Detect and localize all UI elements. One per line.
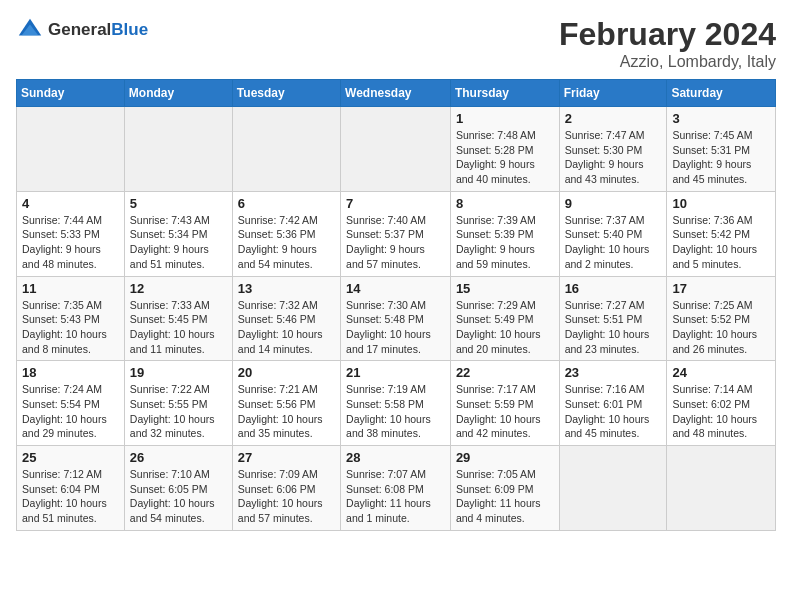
day-number: 18 xyxy=(22,365,119,380)
cell-content: Sunrise: 7:10 AM Sunset: 6:05 PM Dayligh… xyxy=(130,467,227,526)
day-number: 15 xyxy=(456,281,554,296)
calendar-cell: 27Sunrise: 7:09 AM Sunset: 6:06 PM Dayli… xyxy=(232,446,340,531)
cell-content: Sunrise: 7:24 AM Sunset: 5:54 PM Dayligh… xyxy=(22,382,119,441)
cell-content: Sunrise: 7:40 AM Sunset: 5:37 PM Dayligh… xyxy=(346,213,445,272)
header-row: SundayMondayTuesdayWednesdayThursdayFrid… xyxy=(17,80,776,107)
cell-content: Sunrise: 7:14 AM Sunset: 6:02 PM Dayligh… xyxy=(672,382,770,441)
cell-content: Sunrise: 7:30 AM Sunset: 5:48 PM Dayligh… xyxy=(346,298,445,357)
cell-content: Sunrise: 7:17 AM Sunset: 5:59 PM Dayligh… xyxy=(456,382,554,441)
cell-content: Sunrise: 7:48 AM Sunset: 5:28 PM Dayligh… xyxy=(456,128,554,187)
cell-content: Sunrise: 7:33 AM Sunset: 5:45 PM Dayligh… xyxy=(130,298,227,357)
cell-content: Sunrise: 7:25 AM Sunset: 5:52 PM Dayligh… xyxy=(672,298,770,357)
calendar-cell: 28Sunrise: 7:07 AM Sunset: 6:08 PM Dayli… xyxy=(341,446,451,531)
cell-content: Sunrise: 7:29 AM Sunset: 5:49 PM Dayligh… xyxy=(456,298,554,357)
day-number: 6 xyxy=(238,196,335,211)
calendar-cell xyxy=(559,446,667,531)
cell-content: Sunrise: 7:22 AM Sunset: 5:55 PM Dayligh… xyxy=(130,382,227,441)
page-header: GeneralBlue February 2024 Azzio, Lombard… xyxy=(16,16,776,71)
logo-text: GeneralBlue xyxy=(48,20,148,40)
day-number: 3 xyxy=(672,111,770,126)
main-title: February 2024 xyxy=(559,16,776,53)
calendar-cell: 17Sunrise: 7:25 AM Sunset: 5:52 PM Dayli… xyxy=(667,276,776,361)
day-number: 24 xyxy=(672,365,770,380)
calendar-cell: 23Sunrise: 7:16 AM Sunset: 6:01 PM Dayli… xyxy=(559,361,667,446)
calendar-cell xyxy=(17,107,125,192)
cell-content: Sunrise: 7:47 AM Sunset: 5:30 PM Dayligh… xyxy=(565,128,662,187)
day-number: 14 xyxy=(346,281,445,296)
day-number: 27 xyxy=(238,450,335,465)
day-number: 1 xyxy=(456,111,554,126)
cell-content: Sunrise: 7:21 AM Sunset: 5:56 PM Dayligh… xyxy=(238,382,335,441)
logo-general-text: General xyxy=(48,20,111,39)
calendar-cell: 20Sunrise: 7:21 AM Sunset: 5:56 PM Dayli… xyxy=(232,361,340,446)
day-number: 17 xyxy=(672,281,770,296)
calendar-cell xyxy=(341,107,451,192)
day-number: 5 xyxy=(130,196,227,211)
day-number: 28 xyxy=(346,450,445,465)
calendar-cell: 21Sunrise: 7:19 AM Sunset: 5:58 PM Dayli… xyxy=(341,361,451,446)
calendar-cell: 18Sunrise: 7:24 AM Sunset: 5:54 PM Dayli… xyxy=(17,361,125,446)
day-number: 22 xyxy=(456,365,554,380)
calendar-cell: 15Sunrise: 7:29 AM Sunset: 5:49 PM Dayli… xyxy=(450,276,559,361)
cell-content: Sunrise: 7:19 AM Sunset: 5:58 PM Dayligh… xyxy=(346,382,445,441)
calendar-cell: 9Sunrise: 7:37 AM Sunset: 5:40 PM Daylig… xyxy=(559,191,667,276)
cell-content: Sunrise: 7:12 AM Sunset: 6:04 PM Dayligh… xyxy=(22,467,119,526)
subtitle: Azzio, Lombardy, Italy xyxy=(559,53,776,71)
calendar-cell: 25Sunrise: 7:12 AM Sunset: 6:04 PM Dayli… xyxy=(17,446,125,531)
cell-content: Sunrise: 7:09 AM Sunset: 6:06 PM Dayligh… xyxy=(238,467,335,526)
day-number: 29 xyxy=(456,450,554,465)
calendar-cell: 13Sunrise: 7:32 AM Sunset: 5:46 PM Dayli… xyxy=(232,276,340,361)
cell-content: Sunrise: 7:27 AM Sunset: 5:51 PM Dayligh… xyxy=(565,298,662,357)
cell-content: Sunrise: 7:35 AM Sunset: 5:43 PM Dayligh… xyxy=(22,298,119,357)
day-number: 9 xyxy=(565,196,662,211)
day-number: 7 xyxy=(346,196,445,211)
logo-blue-text: Blue xyxy=(111,20,148,39)
calendar-cell xyxy=(124,107,232,192)
day-number: 12 xyxy=(130,281,227,296)
day-number: 2 xyxy=(565,111,662,126)
calendar-cell: 19Sunrise: 7:22 AM Sunset: 5:55 PM Dayli… xyxy=(124,361,232,446)
day-number: 25 xyxy=(22,450,119,465)
col-header-friday: Friday xyxy=(559,80,667,107)
col-header-sunday: Sunday xyxy=(17,80,125,107)
calendar-cell: 11Sunrise: 7:35 AM Sunset: 5:43 PM Dayli… xyxy=(17,276,125,361)
week-row-3: 11Sunrise: 7:35 AM Sunset: 5:43 PM Dayli… xyxy=(17,276,776,361)
day-number: 26 xyxy=(130,450,227,465)
title-area: February 2024 Azzio, Lombardy, Italy xyxy=(559,16,776,71)
calendar-cell: 26Sunrise: 7:10 AM Sunset: 6:05 PM Dayli… xyxy=(124,446,232,531)
calendar-cell: 16Sunrise: 7:27 AM Sunset: 5:51 PM Dayli… xyxy=(559,276,667,361)
calendar-cell: 22Sunrise: 7:17 AM Sunset: 5:59 PM Dayli… xyxy=(450,361,559,446)
calendar-cell: 2Sunrise: 7:47 AM Sunset: 5:30 PM Daylig… xyxy=(559,107,667,192)
calendar-cell: 6Sunrise: 7:42 AM Sunset: 5:36 PM Daylig… xyxy=(232,191,340,276)
col-header-wednesday: Wednesday xyxy=(341,80,451,107)
day-number: 4 xyxy=(22,196,119,211)
day-number: 19 xyxy=(130,365,227,380)
cell-content: Sunrise: 7:32 AM Sunset: 5:46 PM Dayligh… xyxy=(238,298,335,357)
calendar-table: SundayMondayTuesdayWednesdayThursdayFrid… xyxy=(16,79,776,531)
cell-content: Sunrise: 7:36 AM Sunset: 5:42 PM Dayligh… xyxy=(672,213,770,272)
week-row-4: 18Sunrise: 7:24 AM Sunset: 5:54 PM Dayli… xyxy=(17,361,776,446)
calendar-cell: 29Sunrise: 7:05 AM Sunset: 6:09 PM Dayli… xyxy=(450,446,559,531)
cell-content: Sunrise: 7:16 AM Sunset: 6:01 PM Dayligh… xyxy=(565,382,662,441)
cell-content: Sunrise: 7:37 AM Sunset: 5:40 PM Dayligh… xyxy=(565,213,662,272)
cell-content: Sunrise: 7:05 AM Sunset: 6:09 PM Dayligh… xyxy=(456,467,554,526)
calendar-cell: 5Sunrise: 7:43 AM Sunset: 5:34 PM Daylig… xyxy=(124,191,232,276)
logo: GeneralBlue xyxy=(16,16,148,44)
calendar-cell xyxy=(232,107,340,192)
week-row-5: 25Sunrise: 7:12 AM Sunset: 6:04 PM Dayli… xyxy=(17,446,776,531)
cell-content: Sunrise: 7:07 AM Sunset: 6:08 PM Dayligh… xyxy=(346,467,445,526)
day-number: 23 xyxy=(565,365,662,380)
day-number: 13 xyxy=(238,281,335,296)
calendar-cell: 12Sunrise: 7:33 AM Sunset: 5:45 PM Dayli… xyxy=(124,276,232,361)
calendar-cell: 4Sunrise: 7:44 AM Sunset: 5:33 PM Daylig… xyxy=(17,191,125,276)
calendar-cell: 10Sunrise: 7:36 AM Sunset: 5:42 PM Dayli… xyxy=(667,191,776,276)
day-number: 11 xyxy=(22,281,119,296)
calendar-cell: 8Sunrise: 7:39 AM Sunset: 5:39 PM Daylig… xyxy=(450,191,559,276)
day-number: 8 xyxy=(456,196,554,211)
calendar-cell: 7Sunrise: 7:40 AM Sunset: 5:37 PM Daylig… xyxy=(341,191,451,276)
calendar-cell: 24Sunrise: 7:14 AM Sunset: 6:02 PM Dayli… xyxy=(667,361,776,446)
day-number: 10 xyxy=(672,196,770,211)
week-row-2: 4Sunrise: 7:44 AM Sunset: 5:33 PM Daylig… xyxy=(17,191,776,276)
calendar-cell: 1Sunrise: 7:48 AM Sunset: 5:28 PM Daylig… xyxy=(450,107,559,192)
day-number: 21 xyxy=(346,365,445,380)
